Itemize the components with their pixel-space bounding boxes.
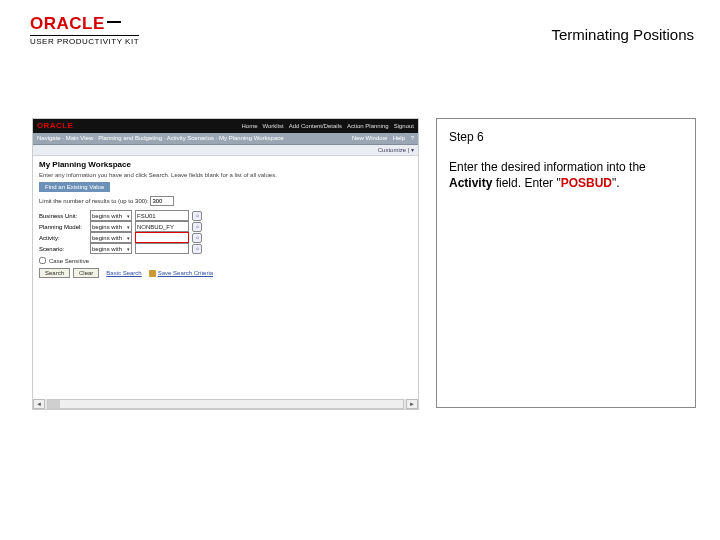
case-sensitive-row: Case Sensitive [39, 257, 412, 264]
scroll-thumb[interactable] [48, 400, 60, 408]
input-business-unit[interactable]: FSU01 [135, 210, 189, 221]
link-help[interactable]: Help [393, 135, 405, 141]
op-business-unit[interactable]: begins with▾ [90, 210, 132, 221]
instruction-text: Enter the desired information into the A… [449, 159, 683, 191]
secondary-toolbar: Customize | ▾ [33, 145, 418, 156]
search-button[interactable]: Search [39, 268, 70, 278]
oracle-wordmark: ORACLE [30, 14, 105, 34]
lookup-icon[interactable]: ⌕ [192, 244, 202, 254]
label-planning-model: Planning Model: [39, 224, 87, 230]
tab-find-existing[interactable]: Find an Existing Value [39, 182, 110, 192]
input-activity[interactable] [135, 232, 189, 243]
breadcrumb-path[interactable]: Navigate · Main View · Planning and Budg… [37, 133, 284, 144]
field-name-bold: Activity [449, 176, 492, 190]
case-sensitive-label: Case Sensitive [49, 258, 89, 264]
lookup-icon[interactable]: ⌕ [192, 211, 202, 221]
menu-signout[interactable]: Signout [394, 123, 414, 129]
save-icon [149, 270, 156, 277]
result-limit-row: Limit the number of results to (up to 30… [39, 196, 412, 206]
scroll-right-icon[interactable]: ► [406, 399, 418, 409]
oracle-upk-logo: ORACLE USER PRODUCTIVITY KIT [30, 14, 139, 46]
chevron-down-icon: ▾ [127, 246, 130, 252]
row-business-unit: Business Unit: begins with▾ FSU01 ⌕ [39, 210, 412, 221]
case-sensitive-checkbox[interactable] [39, 257, 46, 264]
toolbar-customize[interactable]: Customize | ▾ [378, 147, 414, 153]
basic-search-link[interactable]: Basic Search [106, 270, 141, 276]
result-limit-label: Limit the number of results to (up to 30… [39, 198, 149, 204]
search-description: Enter any information you have and click… [39, 172, 412, 178]
app-top-menu: Home Worklist Add Content/Details Action… [239, 119, 415, 133]
chevron-down-icon: ▾ [127, 235, 130, 241]
link-new-window[interactable]: New Window [352, 135, 387, 141]
op-scenario[interactable]: begins with▾ [90, 243, 132, 254]
label-business-unit: Business Unit: [39, 213, 87, 219]
upk-subtitle: USER PRODUCTIVITY KIT [30, 35, 139, 46]
menu-home[interactable]: Home [242, 123, 258, 129]
app-brand: ORACLE [37, 119, 73, 133]
chevron-down-icon: ▾ [127, 224, 130, 230]
row-scenario: Scenario: begins with▾ ⌕ [39, 243, 412, 254]
save-search-link[interactable]: Save Search Criteria [149, 270, 213, 277]
scroll-trough[interactable] [47, 399, 404, 409]
label-activity: Activity: [39, 235, 87, 241]
clear-button[interactable]: Clear [73, 268, 99, 278]
input-planning-model[interactable]: NONBUD_FY [135, 221, 189, 232]
menu-worklist[interactable]: Worklist [262, 123, 283, 129]
menu-addcontent[interactable]: Add Content/Details [289, 123, 342, 129]
oracle-dash-icon [107, 21, 121, 23]
op-activity[interactable]: begins with▾ [90, 232, 132, 243]
workspace-heading: My Planning Workspace [39, 160, 412, 169]
lookup-icon[interactable]: ⌕ [192, 222, 202, 232]
menu-actionplanning[interactable]: Action Planning [347, 123, 389, 129]
link-help-icon[interactable]: ? [411, 135, 414, 141]
scroll-left-icon[interactable]: ◄ [33, 399, 45, 409]
label-scenario: Scenario: [39, 246, 87, 252]
tab-strip: Find an Existing Value [39, 182, 412, 192]
entry-value: POSBUD [561, 176, 612, 190]
row-activity: Activity: begins with▾ ⌕ [39, 232, 412, 243]
button-row: Search Clear Basic Search Save Search Cr… [39, 268, 412, 278]
lookup-icon[interactable]: ⌕ [192, 233, 202, 243]
application-screenshot: ORACLE Home Worklist Add Content/Details… [32, 118, 419, 410]
input-scenario[interactable] [135, 243, 189, 254]
search-panel: My Planning Workspace Enter any informat… [33, 156, 418, 282]
step-label: Step 6 [449, 129, 683, 145]
row-planning-model: Planning Model: begins with▾ NONBUD_FY ⌕ [39, 221, 412, 232]
horizontal-scrollbar[interactable]: ◄ ► [33, 399, 418, 409]
result-limit-input[interactable] [150, 196, 174, 206]
page-title: Terminating Positions [551, 26, 694, 43]
op-planning-model[interactable]: begins with▾ [90, 221, 132, 232]
instruction-panel: Step 6 Enter the desired information int… [436, 118, 696, 408]
chevron-down-icon: ▾ [127, 213, 130, 219]
app-top-bar: ORACLE Home Worklist Add Content/Details… [33, 119, 418, 133]
breadcrumb: Navigate · Main View · Planning and Budg… [33, 133, 418, 145]
